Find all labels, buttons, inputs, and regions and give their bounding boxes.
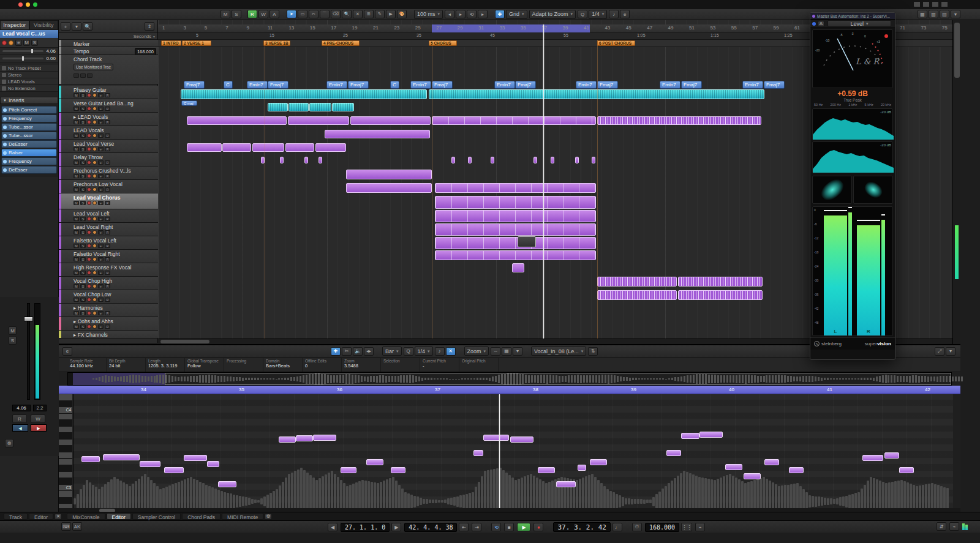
arrange-hscroll-thumb[interactable] <box>160 340 209 343</box>
variaudio-pitch-segment[interactable] <box>473 450 483 456</box>
track-automation-button[interactable]: R <box>105 187 110 192</box>
solo-button[interactable]: S <box>31 40 38 46</box>
audio-event-vocal[interactable] <box>468 157 472 163</box>
keyboard-input-icon[interactable]: ⌨ <box>61 522 71 531</box>
insert-power-icon[interactable] <box>3 151 7 155</box>
track-record-button[interactable] <box>87 147 91 151</box>
track-monitor-button[interactable] <box>92 201 97 205</box>
zoom-mode-combo[interactable]: Zoom▾ <box>464 346 489 356</box>
zone-tab-editor[interactable]: Editor <box>29 513 53 520</box>
chord-event[interactable]: Fmaj7 <box>268 81 288 89</box>
marker-event[interactable]: 6 POST CHORUS <box>597 40 635 46</box>
piano-white-key[interactable] <box>59 459 72 466</box>
track-monitor-button[interactable] <box>92 244 97 248</box>
chord-event[interactable]: C <box>390 81 399 89</box>
piano-white-key[interactable] <box>59 394 72 401</box>
fader-volume-value[interactable]: 4.06 <box>12 405 31 411</box>
track-automation-button[interactable]: R <box>105 107 110 111</box>
lower-zone-icon[interactable]: ▤ <box>940 10 949 18</box>
variaudio-pitch-segment[interactable] <box>666 450 681 456</box>
track-monitor-button[interactable] <box>92 133 97 138</box>
variaudio-pitch-segment[interactable] <box>789 467 804 473</box>
spectrum-panel-right[interactable]: -20 dB <box>812 141 893 173</box>
lower-tab-chord-pads[interactable]: Chord Pads <box>182 513 221 520</box>
track-record-button[interactable] <box>87 120 91 124</box>
toolbar-setup-icon[interactable]: ▾ <box>951 10 960 18</box>
fader-handle[interactable] <box>24 316 33 321</box>
variaudio-pitch-segment[interactable] <box>391 467 405 473</box>
variaudio-pitch-segment[interactable] <box>140 461 160 467</box>
track-automation-button[interactable]: R <box>105 271 110 275</box>
track-mute-button[interactable]: M <box>74 284 79 288</box>
meter-solo-button[interactable]: S <box>9 336 17 345</box>
variaudio-pitch-segment[interactable] <box>862 455 883 461</box>
time-format-icon[interactable]: ♩ <box>612 523 622 531</box>
audio-event-guitar[interactable] <box>429 89 764 99</box>
piano-black-key[interactable] <box>59 401 72 408</box>
snap-editor-icon[interactable]: ✚ <box>331 347 341 356</box>
audio-event-vocal[interactable] <box>597 277 677 286</box>
audio-event-vocal[interactable] <box>435 223 596 236</box>
pan-row[interactable]: 0.00 <box>0 55 58 62</box>
traffic-minimize-button[interactable] <box>26 2 30 7</box>
variaudio-pitch-segment[interactable] <box>103 454 140 460</box>
track-solo-button[interactable]: S <box>80 271 86 275</box>
track-monitor-button[interactable] <box>92 284 97 288</box>
piano-black-key[interactable] <box>59 446 72 452</box>
track-header-falsetto-vocal-right[interactable]: Falsetto Vocal RightMSeR <box>59 250 158 263</box>
link-icon[interactable]: ⇔ <box>491 347 500 356</box>
audio-event-vocal[interactable] <box>597 116 761 125</box>
insert-power-icon[interactable] <box>3 125 7 129</box>
insert-slot-frequency[interactable]: Frequency <box>1 157 57 165</box>
track-edit-button[interactable]: e <box>98 324 104 329</box>
insert-power-icon[interactable] <box>3 117 7 121</box>
audio-event-vocal[interactable] <box>451 157 455 163</box>
scissors-icon[interactable]: ✂ <box>342 347 352 356</box>
chord-event[interactable]: Fmaj7 <box>597 81 618 89</box>
audio-event-vocal[interactable] <box>304 157 308 163</box>
track-automation-button[interactable]: R <box>105 93 110 97</box>
stop-button[interactable]: ■ <box>504 523 514 531</box>
track-header-vocal-chop-low[interactable]: Vocal Chop LowMSeR <box>59 290 158 304</box>
piano-white-key[interactable]: C3 <box>59 485 72 492</box>
chord-event[interactable]: Fmaj7 <box>681 81 702 89</box>
record-button[interactable]: ● <box>533 523 543 531</box>
track-edit-button[interactable]: e <box>98 120 104 124</box>
variaudio-pitch-segment[interactable] <box>884 452 899 459</box>
routing-row-lead-vocals[interactable]: LEAD Vocals <box>0 78 58 85</box>
variaudio-pitch-segment[interactable] <box>556 481 576 487</box>
lower-tab-sampler-control[interactable]: Sampler Control <box>132 513 181 520</box>
track-mute-button[interactable]: M <box>74 271 79 275</box>
track-mute-button[interactable]: M <box>74 174 79 178</box>
goniometer-left[interactable] <box>812 176 852 204</box>
chord-track-icon[interactable] <box>87 73 92 78</box>
variaudio-pitch-segment[interactable] <box>184 455 207 461</box>
audio-event-vocal[interactable] <box>435 183 596 193</box>
audio-event-vocal[interactable] <box>518 236 536 247</box>
track-solo-button[interactable]: S <box>80 107 86 111</box>
track-monitor-button[interactable] <box>92 324 97 329</box>
info-cell-length[interactable]: Length1205. 3. 3.119 <box>146 358 185 372</box>
lower-tab-midi-remote[interactable]: MIDI Remote <box>222 513 263 520</box>
speaker-icon[interactable]: 🔈 <box>353 347 363 356</box>
module-selector-combo[interactable]: Level▾ <box>827 20 891 27</box>
piano-white-key[interactable] <box>59 414 72 421</box>
track-record-button[interactable] <box>87 257 91 261</box>
project-cursor[interactable] <box>543 24 544 339</box>
track-edit-button[interactable]: e <box>98 244 104 248</box>
mute-all-button[interactable]: M <box>221 10 230 18</box>
audio-event-vocal[interactable] <box>252 143 284 152</box>
track-record-button[interactable] <box>87 230 91 234</box>
track-mute-button[interactable]: M <box>74 201 79 205</box>
track-header-harmonies[interactable]: ▸ HarmoniesMSeR <box>59 304 158 317</box>
track-record-button[interactable] <box>87 324 91 329</box>
track-automation-button[interactable]: R <box>105 324 110 329</box>
track-mute-button[interactable]: M <box>74 133 79 138</box>
track-record-button[interactable] <box>87 160 91 165</box>
solo-all-button[interactable]: S <box>232 10 241 18</box>
goto-left-locator-icon[interactable]: ◀ <box>328 523 337 531</box>
track-solo-button[interactable]: S <box>80 133 86 138</box>
track-header-falsetto-vocal-left[interactable]: Falsetto Vocal LeftMSeR <box>59 236 158 250</box>
sync-button[interactable]: ⌁ <box>695 523 705 531</box>
chord-event[interactable]: Emin7 <box>742 81 763 89</box>
